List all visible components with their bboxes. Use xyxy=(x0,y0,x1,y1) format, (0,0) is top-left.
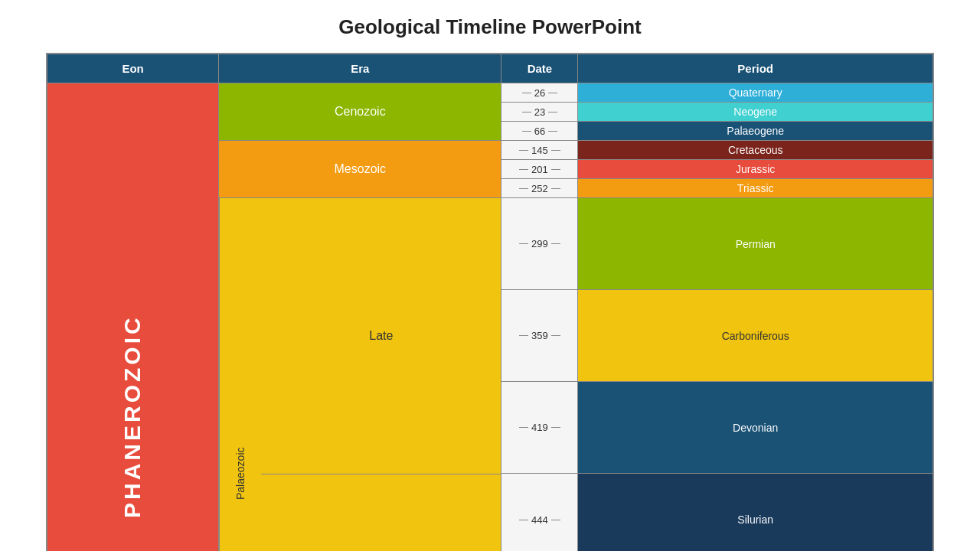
date-26: 26 xyxy=(501,83,578,103)
header-era: Era xyxy=(219,54,501,83)
era-late: Late xyxy=(261,198,501,474)
period-neogene: Neogene xyxy=(578,103,933,122)
period-devonian: Devonian xyxy=(578,382,933,474)
era-early: Early xyxy=(261,474,501,552)
date-419: 419 xyxy=(501,382,578,474)
era-cenozoic: Cenozoic xyxy=(219,83,501,141)
date-66: 66 xyxy=(501,122,578,141)
geological-timeline-table: Eon Era Date Period PHANEROZOIC Cenozoic… xyxy=(46,53,934,551)
period-palaeogene: Palaeogene xyxy=(578,122,933,141)
header-eon: Eon xyxy=(47,54,219,83)
era-palaeozoic: Palaeozoic xyxy=(219,198,261,551)
eon-phanerozoic: PHANEROZOIC xyxy=(47,83,219,552)
period-quaternary: Quaternary xyxy=(578,83,933,103)
date-444: 444 xyxy=(501,474,578,551)
era-mesozoic: Mesozoic xyxy=(219,141,501,198)
header-date: Date xyxy=(501,54,578,83)
date-299: 299 xyxy=(501,198,578,290)
date-252: 252 xyxy=(501,179,578,198)
period-cretaceous: Cretaceous xyxy=(578,141,933,160)
period-carboniferous: Carboniferous xyxy=(578,290,933,382)
period-silurian: Silurian xyxy=(578,474,933,551)
date-201: 201 xyxy=(501,160,578,179)
table-row-quaternary: PHANEROZOIC Cenozoic 26 Quaternary xyxy=(47,83,933,103)
era-palaeozoic-container: Palaeozoic Late Early xyxy=(219,198,501,552)
page-title: Geological Timeline PowerPoint xyxy=(338,15,641,39)
period-permian: Permian xyxy=(578,198,933,290)
header-period: Period xyxy=(578,54,933,83)
period-triassic: Triassic xyxy=(578,179,933,198)
date-145: 145 xyxy=(501,141,578,160)
date-23: 23 xyxy=(501,103,578,122)
date-359: 359 xyxy=(501,290,578,382)
table-header-row: Eon Era Date Period xyxy=(47,54,933,83)
period-jurassic: Jurassic xyxy=(578,160,933,179)
